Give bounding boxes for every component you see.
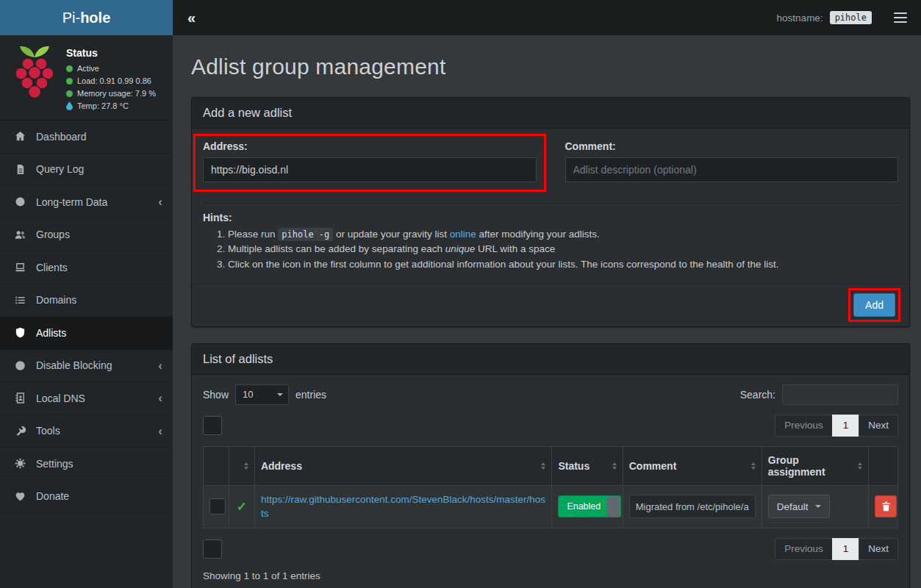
sidebar-item-label: Dashboard	[36, 131, 87, 143]
sidebar-item-domains[interactable]: Domains	[0, 284, 173, 318]
ban-icon	[13, 359, 26, 371]
select-all-checkbox-top[interactable]	[203, 416, 222, 435]
sidebar-item-label: Query Log	[36, 163, 84, 175]
pihole-raspberry-logo	[10, 41, 59, 103]
hostname-badge: pihole	[830, 11, 872, 24]
sidebar-item-label: Adlists	[36, 327, 66, 339]
status-temp-row: Temp: 27.8 °C	[66, 101, 156, 110]
brand-logo[interactable]: Pi-hole	[0, 0, 173, 35]
sidebar-collapse-icon[interactable]: «	[187, 10, 196, 25]
trash-icon	[881, 501, 891, 512]
hints-title: Hints:	[203, 212, 898, 223]
chevron-left-icon: ‹	[158, 392, 162, 404]
sort-icon	[858, 462, 862, 470]
sidebar-item-dashboard[interactable]: Dashboard	[0, 121, 173, 154]
chevron-down-icon	[815, 505, 821, 511]
sidebar-item-clients[interactable]: Clients	[0, 251, 173, 284]
entries-select[interactable]: 10	[235, 384, 289, 405]
health-check-icon[interactable]: ✓	[237, 500, 247, 514]
pagination-next-button[interactable]: Next	[859, 415, 898, 437]
comment-input[interactable]	[565, 157, 899, 182]
sidebar-item-tools[interactable]: Tools ‹	[0, 415, 173, 448]
search-label: Search:	[740, 389, 775, 401]
hint-item: Click on the icon in the first column to…	[228, 257, 898, 272]
show-label: Show	[203, 389, 229, 401]
sidebar-item-label: Settings	[36, 458, 74, 470]
brand-text-suffix: hole	[80, 10, 110, 26]
group-assignment-dropdown[interactable]: Default	[768, 495, 830, 518]
hint-item: Multiple adlists can be added by separat…	[228, 242, 898, 257]
file-icon	[13, 163, 26, 175]
status-title: Status	[66, 47, 156, 59]
entries-label: entries	[295, 389, 326, 401]
shield-icon	[13, 327, 26, 339]
adlist-url-link[interactable]: https://raw.githubusercontent.com/Steven…	[261, 494, 545, 520]
brand-text-prefix: Pi-	[62, 10, 80, 26]
add-adlist-card-title: Add a new adlist	[192, 98, 909, 129]
sort-icon	[244, 462, 248, 470]
home-icon	[13, 131, 26, 143]
status-temp-text: Temp: 27.8 °C	[77, 101, 129, 110]
status-active-text: Active	[77, 64, 99, 73]
table-info-text: Showing 1 to 1 of 1 entries	[203, 570, 898, 581]
table-header-row: Address Status Comment Group assignment	[204, 446, 898, 485]
pagination-previous-button[interactable]: Previous	[775, 538, 833, 560]
row-checkbox[interactable]	[209, 498, 226, 514]
sidebar-item-label: Groups	[36, 229, 70, 240]
sidebar-item-local-dns[interactable]: Local DNS ‹	[0, 382, 173, 415]
pagination-page-1-button[interactable]: 1	[832, 538, 860, 560]
gear-icon	[13, 458, 26, 470]
topbar-main: « hostname: pihole	[173, 0, 921, 35]
sidebar-item-label: Clients	[36, 262, 68, 273]
status-memory-row: Memory usage: 7.9 %	[66, 89, 156, 98]
pagination-page-1-button[interactable]: 1	[832, 415, 860, 437]
table-row: ✓ https://raw.githubusercontent.com/Stev…	[204, 485, 898, 528]
adlist-list-card-body: Show 10 entries Search: Previous 1	[192, 375, 909, 588]
delete-button[interactable]	[875, 495, 897, 517]
status-toggle[interactable]: Enabled	[558, 495, 621, 517]
address-book-icon	[13, 392, 26, 404]
header-comment-column[interactable]: Comment	[623, 446, 761, 485]
row-comment-input[interactable]	[629, 495, 756, 518]
search-control: Search:	[740, 384, 898, 405]
sidebar-item-long-term-data[interactable]: Long-term Data ‹	[0, 186, 173, 219]
sidebar-item-label: Domains	[36, 294, 76, 306]
header-status-column[interactable]: Status	[552, 446, 623, 485]
wrench-icon	[13, 425, 26, 437]
header-address-column[interactable]: Address	[254, 446, 551, 485]
status-toggle-label: Enabled	[559, 501, 607, 512]
status-active-row: Active	[66, 64, 156, 73]
pagination-next-button[interactable]: Next	[859, 538, 898, 560]
entries-control: Show 10 entries	[203, 384, 326, 405]
header-health-column[interactable]	[229, 446, 254, 485]
sidebar-item-donate[interactable]: Donate	[0, 481, 173, 514]
chevron-down-icon	[277, 393, 283, 399]
status-panel: Status Active Load: 0.91 0.99 0.86 Memor…	[66, 44, 156, 114]
pagination-previous-button[interactable]: Previous	[775, 415, 833, 437]
sidebar-item-query-log[interactable]: Query Log	[0, 154, 173, 187]
laptop-icon	[13, 262, 26, 273]
header-group-column[interactable]: Group assignment	[761, 446, 869, 485]
sidebar-item-label: Donate	[36, 490, 69, 502]
chevron-left-icon: ‹	[158, 425, 162, 437]
menu-icon[interactable]	[890, 9, 911, 26]
sidebar-item-adlists[interactable]: Adlists	[0, 317, 173, 350]
search-input[interactable]	[782, 384, 898, 405]
sidebar-item-settings[interactable]: Settings	[0, 448, 173, 481]
status-load-text: Load: 0.91 0.99 0.86	[77, 76, 151, 85]
select-all-checkbox-bottom[interactable]	[203, 539, 222, 559]
sidebar-item-disable-blocking[interactable]: Disable Blocking ‹	[0, 350, 173, 383]
page-title: Adlist group management	[191, 54, 910, 79]
group-assignment-value: Default	[777, 501, 809, 512]
topbar-right: hostname: pihole	[777, 9, 911, 26]
address-input[interactable]	[203, 157, 537, 182]
sidebar-logo-block: Status Active Load: 0.91 0.99 0.86 Memor…	[0, 35, 173, 121]
hints-section: Hints: Please run pihole -g or update yo…	[203, 203, 898, 272]
sidebar-menu: Dashboard Query Log Long-term Data ‹ Gro…	[0, 121, 173, 513]
green-dot-icon	[66, 90, 73, 97]
sidebar-item-groups[interactable]: Groups	[0, 219, 173, 252]
online-link[interactable]: online	[450, 229, 476, 240]
add-button[interactable]: Add	[853, 293, 895, 317]
chevron-left-icon: ‹	[158, 196, 162, 208]
main-content: Adlist group management Add a new adlist…	[173, 35, 921, 588]
